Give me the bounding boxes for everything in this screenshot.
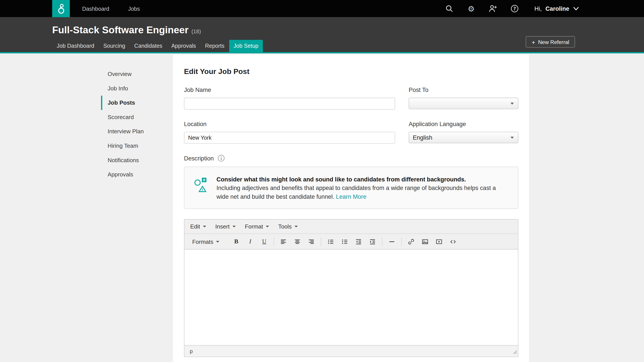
gear-icon[interactable]: ⚙ [466,4,476,13]
resize-grip[interactable] [512,349,517,356]
svg-text:?: ? [514,6,516,11]
horizontal-rule-icon [388,238,395,245]
horizontal-rule-button[interactable] [385,236,399,247]
editor-menu-insert[interactable]: Insert [211,219,240,234]
formats-dropdown[interactable]: Formats [188,236,224,247]
tip-heading: Consider what this might look and sound … [216,175,508,184]
sidebar-item-job-posts[interactable]: Job Posts [101,96,171,110]
nav-jobs[interactable]: Jobs [128,5,140,11]
tab-sourcing[interactable]: Sourcing [99,40,130,52]
insert-media-button[interactable] [432,236,446,247]
align-right-button[interactable] [304,236,318,247]
editor-toolbar: Formats B I U [184,234,518,250]
sidebar-item-overview[interactable]: Overview [101,67,171,81]
greenhouse-logo-icon [56,3,66,14]
job-name-input[interactable] [184,98,395,109]
editor-statusbar: p [184,345,518,357]
sidebar-item-scorecard[interactable]: Scorecard [101,110,171,124]
chevron-down-icon [573,6,579,11]
image-icon [422,238,428,245]
panel-title: Edit Your Job Post [184,67,518,76]
location-input[interactable] [184,132,395,144]
media-icon [436,238,442,245]
editor-menu-tools[interactable]: Tools [274,219,302,234]
numbered-list-button[interactable] [338,236,352,247]
topbar-actions: ⚙ ? Hi, Caroline [445,0,579,17]
insert-link-button[interactable] [404,236,418,247]
job-setup-sidebar: Overview Job Info Job Posts Scorecard In… [101,67,171,182]
source-code-icon [450,238,456,245]
new-referral-button[interactable]: + New Referral [526,36,575,48]
tab-job-setup[interactable]: Job Setup [229,40,263,52]
tip-text: Consider what this might look and sound … [216,175,508,201]
indent-button[interactable] [366,236,380,247]
description-label-row: Description [184,155,518,162]
page-title: Full-Stack Software Engineer(18) [52,24,201,36]
italic-icon: I [249,238,251,245]
underline-icon: U [262,238,266,245]
tab-reports[interactable]: Reports [200,40,229,52]
bold-icon: B [234,238,238,245]
align-center-icon [294,238,301,245]
bullet-list-button[interactable] [324,236,338,247]
top-navigation-bar: Dashboard Jobs ⚙ [0,0,644,17]
job-header: Full-Stack Software Engineer(18) Job Das… [0,17,644,53]
align-left-button[interactable] [277,236,291,247]
sidebar-item-job-info[interactable]: Job Info [101,81,171,96]
editor-content-area[interactable] [184,250,518,345]
bullet-list-icon [328,238,334,245]
align-left-icon [280,238,287,245]
sidebar-item-notifications[interactable]: Notifications [101,153,171,167]
info-icon[interactable] [218,155,224,162]
description-editor: Edit Insert Format Tools Formats B I U [184,219,518,357]
search-icon[interactable] [445,4,454,13]
toolbar-separator [402,237,402,246]
application-language-label: Application Language [409,121,518,127]
italic-button[interactable]: I [243,236,258,247]
bold-button[interactable]: B [229,236,243,247]
link-icon [408,238,415,245]
element-path: p [190,348,193,354]
plus-icon: + [532,39,535,45]
tab-job-dashboard[interactable]: Job Dashboard [52,40,99,52]
job-tabs: Job Dashboard Sourcing Candidates Approv… [52,40,263,52]
underline-button[interactable]: U [257,236,271,247]
diversity-shapes-icon [194,176,210,201]
insert-image-button[interactable] [418,236,432,247]
job-count-badge: (18) [192,28,201,34]
post-to-label: Post To [409,87,518,93]
greeting-prefix: Hi, [534,5,542,12]
add-user-icon[interactable] [488,4,498,13]
edit-job-post-panel: Edit Your Job Post Job Name Post To Loca… [173,54,529,362]
align-center-button[interactable] [290,236,304,247]
form-row-2: Location Application Language English [184,121,518,144]
greenhouse-logo[interactable] [52,0,70,17]
sidebar-item-hiring-team[interactable]: Hiring Team [101,139,171,153]
numbered-list-icon [342,238,348,245]
help-icon[interactable]: ? [510,4,519,13]
nav-dashboard[interactable]: Dashboard [82,5,109,11]
learn-more-link[interactable]: Learn More [336,193,366,200]
location-label: Location [184,121,395,127]
editor-menu-format[interactable]: Format [240,219,274,234]
source-code-button[interactable] [446,236,460,247]
top-nav-links: Dashboard Jobs [82,5,140,11]
job-name-label: Job Name [184,87,395,93]
editor-menubar: Edit Insert Format Tools [184,220,518,234]
indent-icon [369,238,376,245]
tab-approvals[interactable]: Approvals [167,40,201,52]
tab-candidates[interactable]: Candidates [130,40,167,52]
description-label: Description [184,155,214,162]
editor-menu-edit[interactable]: Edit [186,219,211,234]
post-to-select[interactable] [409,98,518,109]
sidebar-item-approvals[interactable]: Approvals [101,167,171,182]
toolbar-separator [382,237,382,246]
sidebar-item-interview-plan[interactable]: Interview Plan [101,124,171,139]
app-viewport: Dashboard Jobs ⚙ [0,0,644,362]
main-content: Overview Job Info Job Posts Scorecard In… [0,54,644,362]
application-language-select[interactable]: English [409,132,518,143]
outdent-icon [356,238,362,245]
user-menu[interactable]: Hi, Caroline [534,5,579,12]
align-right-icon [308,238,315,245]
outdent-button[interactable] [352,236,366,247]
